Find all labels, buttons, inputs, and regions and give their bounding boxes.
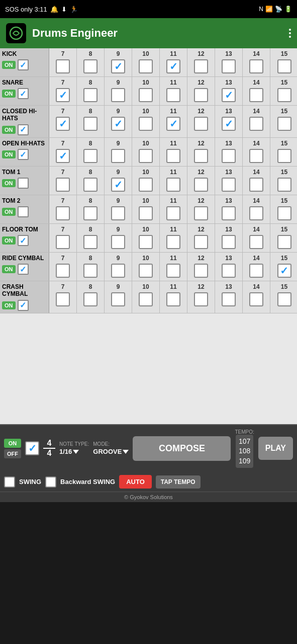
beat-checkbox-1-5[interactable]: [194, 88, 208, 102]
instrument-checkbox-3[interactable]: [18, 149, 29, 160]
instrument-checkbox-7[interactable]: [18, 264, 29, 275]
beat-checkbox-2-7[interactable]: [249, 117, 263, 131]
beat-checkbox-2-5[interactable]: [194, 117, 208, 131]
beat-checkbox-8-3[interactable]: [139, 292, 153, 306]
off-button-bottom[interactable]: OFF: [4, 449, 21, 458]
beat-checkbox-5-1[interactable]: [83, 206, 97, 220]
beat-checkbox-0-2[interactable]: [111, 59, 125, 73]
beat-checkbox-8-4[interactable]: [166, 292, 180, 306]
beat-checkbox-2-2[interactable]: [111, 117, 125, 131]
beat-checkbox-8-8[interactable]: [277, 292, 291, 306]
beat-checkbox-5-8[interactable]: [277, 206, 291, 220]
beat-checkbox-0-1[interactable]: [83, 59, 97, 73]
beat-checkbox-7-3[interactable]: [139, 264, 153, 278]
beat-checkbox-6-5[interactable]: [194, 235, 208, 249]
beat-checkbox-4-1[interactable]: [83, 178, 97, 192]
beat-checkbox-3-0[interactable]: [56, 149, 70, 163]
beat-checkbox-5-7[interactable]: [249, 206, 263, 220]
beat-checkbox-8-5[interactable]: [194, 292, 208, 306]
beat-checkbox-5-4[interactable]: [166, 206, 180, 220]
beat-checkbox-1-6[interactable]: [222, 88, 236, 102]
beat-checkbox-7-1[interactable]: [83, 264, 97, 278]
beat-checkbox-3-7[interactable]: [249, 149, 263, 163]
beat-checkbox-6-2[interactable]: [111, 235, 125, 249]
beat-checkbox-0-6[interactable]: [222, 59, 236, 73]
beat-checkbox-5-0[interactable]: [56, 206, 70, 220]
note-type-dropdown-arrow[interactable]: [73, 450, 79, 454]
play-button[interactable]: PLAY: [258, 437, 293, 460]
beat-checkbox-4-6[interactable]: [222, 178, 236, 192]
beat-checkbox-4-2[interactable]: [111, 178, 125, 192]
beat-checkbox-5-2[interactable]: [111, 206, 125, 220]
beat-checkbox-4-7[interactable]: [249, 178, 263, 192]
beat-checkbox-2-1[interactable]: [83, 117, 97, 131]
beat-checkbox-8-0[interactable]: [56, 292, 70, 306]
beat-checkbox-5-3[interactable]: [139, 206, 153, 220]
instrument-checkbox-4[interactable]: [18, 178, 29, 189]
beat-checkbox-4-5[interactable]: [194, 178, 208, 192]
beat-checkbox-0-7[interactable]: [249, 59, 263, 73]
auto-button[interactable]: AUTO: [119, 475, 152, 489]
beat-checkbox-8-7[interactable]: [249, 292, 263, 306]
beat-checkbox-0-4[interactable]: [166, 59, 180, 73]
beat-checkbox-7-2[interactable]: [111, 264, 125, 278]
instrument-checkbox-2[interactable]: [18, 124, 29, 135]
on-btn-1[interactable]: ON: [2, 90, 16, 98]
beat-checkbox-8-1[interactable]: [83, 292, 97, 306]
beat-checkbox-5-6[interactable]: [222, 206, 236, 220]
compose-button[interactable]: COMPOSE: [133, 436, 231, 461]
beat-checkbox-4-4[interactable]: [166, 178, 180, 192]
beat-checkbox-4-8[interactable]: [277, 178, 291, 192]
on-btn-3[interactable]: ON: [2, 150, 16, 158]
beat-checkbox-7-7[interactable]: [249, 264, 263, 278]
beat-checkbox-7-5[interactable]: [194, 264, 208, 278]
beat-checkbox-0-5[interactable]: [194, 59, 208, 73]
beat-checkbox-6-1[interactable]: [83, 235, 97, 249]
beat-checkbox-4-3[interactable]: [139, 178, 153, 192]
beat-checkbox-5-5[interactable]: [194, 206, 208, 220]
beat-checkbox-1-4[interactable]: [166, 88, 180, 102]
beat-checkbox-3-8[interactable]: [277, 149, 291, 163]
beat-checkbox-3-5[interactable]: [194, 149, 208, 163]
beat-checkbox-1-2[interactable]: [111, 88, 125, 102]
on-btn-5[interactable]: ON: [2, 208, 16, 216]
tempo-scroll[interactable]: 107 108 109: [236, 435, 253, 468]
beat-checkbox-3-3[interactable]: [139, 149, 153, 163]
beat-checkbox-7-6[interactable]: [222, 264, 236, 278]
beat-checkbox-3-2[interactable]: [111, 149, 125, 163]
beat-checkbox-2-0[interactable]: [56, 117, 70, 131]
mode-dropdown-arrow[interactable]: [123, 450, 129, 454]
beat-checkbox-1-1[interactable]: [83, 88, 97, 102]
beat-checkbox-4-0[interactable]: [56, 178, 70, 192]
beat-checkbox-6-0[interactable]: [56, 235, 70, 249]
beat-checkbox-2-3[interactable]: [139, 117, 153, 131]
beat-checkbox-1-7[interactable]: [249, 88, 263, 102]
on-btn-4[interactable]: ON: [2, 179, 16, 187]
menu-button[interactable]: [289, 29, 291, 38]
beat-checkbox-2-4[interactable]: [166, 117, 180, 131]
on-btn-8[interactable]: ON: [2, 301, 16, 309]
beat-checkbox-0-3[interactable]: [139, 59, 153, 73]
on-button-bottom[interactable]: ON: [4, 439, 21, 448]
beat-checkbox-2-8[interactable]: [277, 117, 291, 131]
beat-checkbox-0-0[interactable]: [56, 59, 70, 73]
beat-checkbox-7-4[interactable]: [166, 264, 180, 278]
beat-checkbox-3-4[interactable]: [166, 149, 180, 163]
beat-checkbox-2-6[interactable]: [222, 117, 236, 131]
backward-swing-checkbox[interactable]: [45, 476, 56, 488]
note-type-value-row[interactable]: 1/16: [59, 448, 89, 455]
instrument-checkbox-8[interactable]: [18, 300, 29, 311]
instrument-checkbox-1[interactable]: [18, 88, 29, 99]
on-btn-6[interactable]: ON: [2, 236, 16, 245]
mode-value-row[interactable]: GROOVE: [93, 448, 129, 455]
beat-checkbox-3-1[interactable]: [83, 149, 97, 163]
bottom-main-checkbox[interactable]: [25, 441, 39, 455]
beat-checkbox-6-7[interactable]: [249, 235, 263, 249]
on-btn-7[interactable]: ON: [2, 265, 16, 273]
beat-checkbox-1-3[interactable]: [139, 88, 153, 102]
instrument-checkbox-0[interactable]: [18, 59, 29, 70]
instrument-checkbox-5[interactable]: [18, 206, 29, 217]
beat-checkbox-1-8[interactable]: [277, 88, 291, 102]
beat-checkbox-0-8[interactable]: [277, 59, 291, 73]
tap-tempo-button[interactable]: TAP TEMPO: [156, 475, 201, 489]
